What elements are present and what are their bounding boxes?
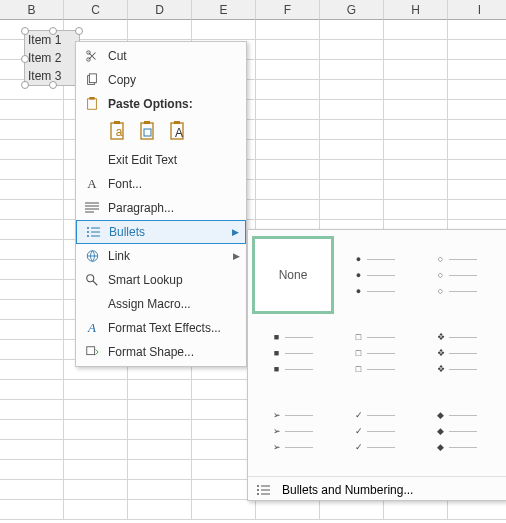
cell[interactable] xyxy=(320,200,384,220)
bullet-option-diamond[interactable]: ◆ ◆ ◆ xyxy=(416,392,498,470)
cell[interactable] xyxy=(448,20,506,40)
menu-copy[interactable]: Copy xyxy=(76,68,246,92)
menu-assign-macro[interactable]: Assign Macro... xyxy=(76,292,246,316)
cell[interactable] xyxy=(0,420,64,440)
menu-paragraph[interactable]: Paragraph... xyxy=(76,196,246,220)
cell[interactable] xyxy=(448,40,506,60)
bullet-option-four-diamond[interactable]: ❖ ❖ ❖ xyxy=(416,314,498,392)
column-header[interactable]: F xyxy=(256,0,320,20)
cell[interactable] xyxy=(384,20,448,40)
cell[interactable] xyxy=(320,160,384,180)
paste-text-only-button[interactable]: A xyxy=(168,119,190,143)
cell[interactable] xyxy=(192,500,256,520)
cell[interactable] xyxy=(0,460,64,480)
cell[interactable] xyxy=(256,100,320,120)
menu-link[interactable]: Link ▶ xyxy=(76,244,246,268)
cell[interactable] xyxy=(128,380,192,400)
column-header[interactable]: C xyxy=(64,0,128,20)
cell[interactable] xyxy=(320,140,384,160)
cell[interactable] xyxy=(320,80,384,100)
paste-picture-button[interactable] xyxy=(138,119,160,143)
textbox-shape[interactable]: Item 1 Item 2 Item 3 xyxy=(24,30,80,86)
cell[interactable] xyxy=(64,400,128,420)
cell[interactable] xyxy=(320,60,384,80)
column-header[interactable]: B xyxy=(0,0,64,20)
bullet-option-arrow[interactable]: ➢ ➢ ➢ xyxy=(252,392,334,470)
cell[interactable] xyxy=(256,80,320,100)
cell[interactable] xyxy=(128,400,192,420)
cell[interactable] xyxy=(0,200,64,220)
cell[interactable] xyxy=(448,60,506,80)
column-header[interactable]: H xyxy=(384,0,448,20)
cell[interactable] xyxy=(0,320,64,340)
cell[interactable] xyxy=(384,160,448,180)
cell[interactable] xyxy=(384,120,448,140)
cell[interactable] xyxy=(256,160,320,180)
paste-keep-source-button[interactable]: a xyxy=(108,119,130,143)
cell[interactable] xyxy=(320,40,384,60)
cell[interactable] xyxy=(0,160,64,180)
cell[interactable] xyxy=(320,20,384,40)
cell[interactable] xyxy=(0,400,64,420)
menu-bullets[interactable]: Bullets ▶ xyxy=(76,220,246,244)
cell[interactable] xyxy=(448,140,506,160)
cell[interactable] xyxy=(384,200,448,220)
column-header[interactable]: D xyxy=(128,0,192,20)
cell[interactable] xyxy=(256,60,320,80)
bullet-option-filled-round[interactable]: ● ● ● xyxy=(334,236,416,314)
menu-cut[interactable]: Cut xyxy=(76,44,246,68)
cell[interactable] xyxy=(0,260,64,280)
cell[interactable] xyxy=(320,100,384,120)
bullet-option-filled-square[interactable]: ■ ■ ■ xyxy=(252,314,334,392)
cell[interactable] xyxy=(64,420,128,440)
column-header[interactable]: G xyxy=(320,0,384,20)
cell[interactable] xyxy=(448,100,506,120)
cell[interactable] xyxy=(0,220,64,240)
cell[interactable] xyxy=(320,500,384,520)
resize-handle[interactable] xyxy=(75,27,83,35)
bullet-option-none[interactable]: None xyxy=(252,236,334,314)
cell[interactable] xyxy=(320,180,384,200)
cell[interactable] xyxy=(0,240,64,260)
cell[interactable] xyxy=(0,340,64,360)
cell[interactable] xyxy=(0,480,64,500)
cell[interactable] xyxy=(256,140,320,160)
cell[interactable] xyxy=(192,20,256,40)
cell[interactable] xyxy=(384,100,448,120)
cell[interactable] xyxy=(448,160,506,180)
bullets-and-numbering-item[interactable]: Bullets and Numbering... xyxy=(248,476,506,503)
cell[interactable] xyxy=(128,420,192,440)
cell[interactable] xyxy=(64,480,128,500)
cell[interactable] xyxy=(128,20,192,40)
menu-font[interactable]: A Font... xyxy=(76,172,246,196)
cell[interactable] xyxy=(0,280,64,300)
cell[interactable] xyxy=(0,120,64,140)
cell[interactable] xyxy=(448,500,506,520)
cell[interactable] xyxy=(64,500,128,520)
cell[interactable] xyxy=(128,500,192,520)
cell[interactable] xyxy=(256,200,320,220)
cell[interactable] xyxy=(384,140,448,160)
menu-format-shape[interactable]: Format Shape... xyxy=(76,340,246,364)
cell[interactable] xyxy=(64,380,128,400)
cell[interactable] xyxy=(128,480,192,500)
resize-handle[interactable] xyxy=(21,55,29,63)
cell[interactable] xyxy=(448,120,506,140)
cell[interactable] xyxy=(256,40,320,60)
cell[interactable] xyxy=(320,120,384,140)
cell[interactable] xyxy=(0,360,64,380)
bullet-option-hollow-round[interactable]: ○ ○ ○ xyxy=(416,236,498,314)
cell[interactable] xyxy=(256,120,320,140)
cell[interactable] xyxy=(0,300,64,320)
cell[interactable] xyxy=(448,200,506,220)
resize-handle[interactable] xyxy=(49,81,57,89)
cell[interactable] xyxy=(256,500,320,520)
column-header[interactable]: I xyxy=(448,0,506,20)
bullet-option-checkmark[interactable]: ✓ ✓ ✓ xyxy=(334,392,416,470)
menu-format-text-effects[interactable]: A Format Text Effects... xyxy=(76,316,246,340)
menu-exit-edit-text[interactable]: Exit Edit Text xyxy=(76,148,246,172)
cell[interactable] xyxy=(384,60,448,80)
menu-smart-lookup[interactable]: Smart Lookup xyxy=(76,268,246,292)
cell[interactable] xyxy=(384,500,448,520)
cell[interactable] xyxy=(0,500,64,520)
